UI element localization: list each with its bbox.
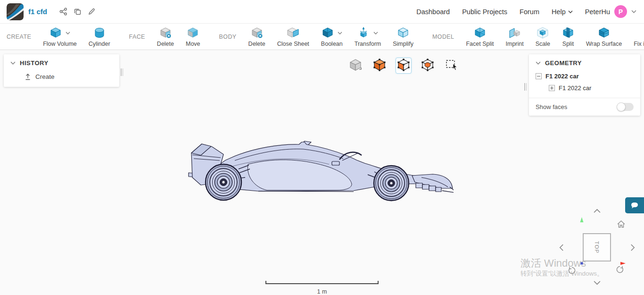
geometry-title: GEOMETRY [545, 59, 582, 67]
tool-label: Delete [157, 41, 174, 47]
project-title: f1 cfd [28, 8, 47, 16]
history-resize-handle[interactable] [121, 68, 123, 76]
vertex-select-icon [421, 59, 434, 73]
history-item-create[interactable]: Create [4, 70, 119, 81]
show-faces-label: Show faces [536, 103, 567, 110]
volume-select-button[interactable] [372, 58, 388, 74]
tool-flow-volume[interactable]: Flow Volume [43, 26, 77, 47]
tool-delete[interactable]: Delete [248, 26, 265, 47]
group-label-create: CREATE [7, 34, 31, 40]
windows-watermark-line2: 转到“设置”以激活 Windows。 [520, 270, 603, 278]
rotate-up-button[interactable] [593, 209, 601, 213]
nav-link-public-projects[interactable]: Public Projects [462, 8, 507, 16]
help-label: Help [552, 8, 566, 16]
collapse-node-icon[interactable] [536, 73, 542, 79]
close-sheet-icon [287, 27, 299, 39]
geometry-resize-handle[interactable] [524, 83, 527, 91]
history-panel: HISTORY Create [4, 54, 119, 87]
tool-label: Scale [536, 41, 550, 47]
windows-watermark-line1: 激活 Windows [520, 256, 586, 270]
cube-move-icon [187, 27, 199, 39]
group-label-body: BODY [219, 34, 237, 40]
tool-label: Delete [248, 41, 265, 47]
tool-label: Imprint [506, 41, 524, 47]
chat-button[interactable] [625, 197, 644, 213]
copy-icon[interactable] [74, 8, 82, 16]
username: PeterHu [585, 8, 610, 16]
tool-label: Flow Volume [43, 41, 77, 47]
tool-split[interactable]: Split [562, 26, 574, 47]
view-cube-face-label: TOP [594, 241, 600, 253]
3d-viewport[interactable]: HISTORY Create [0, 50, 644, 295]
transform-icon [357, 27, 370, 39]
rotate-down-button[interactable] [593, 280, 601, 285]
face-select-button[interactable] [396, 58, 412, 74]
cube-delete-icon [251, 27, 263, 39]
toolbar-group-create: CREATE Flow Volume Cylinder [7, 24, 120, 50]
roll-ccw-button[interactable] [568, 266, 576, 275]
tool-wrap-surface[interactable]: Wrap Surface [586, 26, 622, 47]
upload-icon [25, 73, 31, 80]
tool-move[interactable]: Move [186, 26, 200, 47]
home-icon [617, 220, 626, 228]
rotate-right-button[interactable] [630, 244, 635, 252]
flow-volume-icon [50, 27, 62, 39]
rotate-ccw-icon [568, 266, 576, 275]
collapse-chevron-icon[interactable] [536, 61, 541, 65]
solid-select-button[interactable] [347, 58, 363, 74]
user-menu-chevron-icon[interactable] [631, 10, 636, 13]
tool-fix-interferences[interactable]: Fix interferences [634, 26, 644, 47]
tool-delete[interactable]: Delete [157, 26, 174, 47]
scale-bar-label: 1 m [265, 288, 379, 295]
cube-delete-icon [159, 27, 172, 39]
app-logo[interactable] [7, 3, 24, 20]
show-faces-toggle[interactable] [617, 103, 634, 111]
toolbar-group-body: BODY Delete Close Sheet Boolean Transfor… [210, 24, 423, 50]
vertex-select-button[interactable] [420, 58, 436, 74]
rotate-left-button[interactable] [559, 244, 564, 252]
volume-select-icon [373, 59, 386, 73]
home-view-button[interactable] [617, 220, 626, 228]
dropdown-chevron-icon[interactable] [338, 32, 342, 34]
dropdown-chevron-icon[interactable] [66, 32, 70, 34]
nav-link-forum[interactable]: Forum [520, 8, 539, 16]
tool-simplify[interactable]: Simplify [393, 26, 413, 47]
help-menu[interactable]: Help [552, 8, 573, 16]
cylinder-icon [93, 27, 106, 39]
top-bar: f1 cfd DashboardPublic ProjectsForum Hel… [0, 0, 644, 24]
tool-boolean[interactable]: Boolean [321, 26, 343, 47]
share-icon[interactable] [59, 8, 67, 16]
tool-close-sheet[interactable]: Close Sheet [277, 26, 309, 47]
chevron-down-icon [568, 10, 573, 13]
expand-node-icon[interactable] [549, 85, 555, 91]
tool-facet-split[interactable]: Facet Split [466, 26, 494, 47]
dropdown-chevron-icon[interactable] [373, 32, 378, 34]
cad-toolbar: CREATE Flow Volume CylinderFACE Delete M… [0, 24, 644, 50]
tool-cylinder[interactable]: Cylinder [89, 26, 110, 47]
geometry-tree-node[interactable]: F1 2022 car [529, 70, 640, 82]
roll-cw-button[interactable] [616, 265, 624, 274]
avatar[interactable]: P [614, 5, 627, 18]
collapse-chevron-icon[interactable] [10, 61, 16, 65]
solid-select-icon [349, 59, 362, 73]
nav-link-dashboard[interactable]: Dashboard [416, 8, 450, 16]
scale-icon [537, 27, 549, 39]
tool-label: Facet Split [466, 41, 494, 47]
tool-transform[interactable]: Transform [355, 26, 381, 47]
edit-icon[interactable] [88, 8, 96, 16]
selection-mode-bar [347, 58, 460, 74]
tool-label: Wrap Surface [586, 41, 622, 47]
tool-scale[interactable]: Scale [536, 26, 550, 47]
view-cube[interactable]: TOP [583, 233, 611, 261]
tool-label: Move [186, 41, 200, 47]
history-title: HISTORY [20, 59, 49, 67]
rotate-cw-icon [616, 265, 624, 274]
group-label-model: MODEL [432, 34, 454, 40]
tool-imprint[interactable]: Imprint [506, 26, 524, 47]
f1-car-model[interactable] [188, 138, 454, 204]
geometry-tree-node[interactable]: F1 2022 car [529, 82, 640, 94]
box-select-button[interactable] [444, 58, 460, 74]
tool-label: Fix interferences [634, 41, 644, 47]
box-select-icon [445, 59, 458, 73]
boolean-icon [322, 27, 334, 39]
